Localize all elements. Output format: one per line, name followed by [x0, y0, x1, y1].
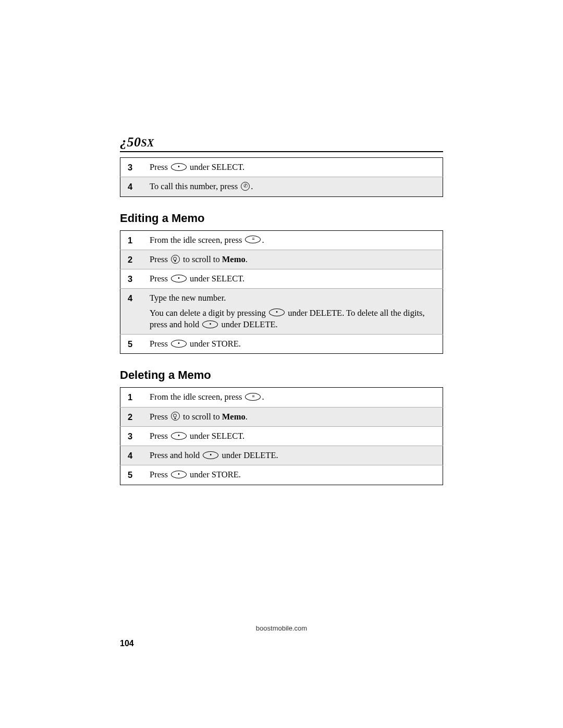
step-text: To call this number, press . — [144, 177, 443, 196]
table-row: 5 Press under STORE. — [120, 335, 443, 354]
softkey-icon — [171, 471, 187, 478]
table-row: 3 Press under SELECT. — [120, 158, 443, 177]
text-fragment: Press and hold — [150, 450, 202, 460]
text-fragment: To call this number, press — [150, 181, 240, 191]
softkey-icon — [171, 163, 187, 171]
text-fragment: . — [246, 254, 248, 264]
step-number: 1 — [120, 388, 145, 407]
step-text: From the idle screen, press . — [144, 388, 443, 407]
step-number: 2 — [120, 407, 145, 426]
step-subtext: You can delete a digit by pressing under… — [150, 307, 437, 331]
text-fragment: You can delete a digit by pressing — [150, 308, 268, 318]
text-fragment: under DELETE. — [219, 450, 278, 460]
step-number: 1 — [120, 230, 145, 250]
steps-table-top: 3 Press under SELECT. 4 To call this num… — [120, 157, 443, 197]
table-row: 4 Type the new number. You can delete a … — [120, 289, 443, 335]
page-content: ¿50SX 3 Press under SELECT. 4 To call th… — [120, 134, 443, 485]
table-row: 1 From the idle screen, press . — [120, 230, 443, 250]
table-row: 5 Press under STORE. — [120, 465, 443, 485]
step-number: 4 — [120, 177, 145, 196]
nav-key-icon — [171, 255, 180, 264]
steps-table-editing: 1 From the idle screen, press . 2 Press … — [120, 230, 443, 354]
model-label: ¿50SX — [120, 134, 154, 150]
step-text: Press to scroll to Memo. — [144, 250, 443, 269]
softkey-icon — [202, 320, 218, 328]
text-fragment: under STORE. — [188, 339, 241, 349]
menu-key-icon — [245, 393, 261, 401]
table-row: 1 From the idle screen, press . — [120, 388, 443, 407]
call-key-icon — [241, 182, 250, 191]
step-number: 5 — [120, 335, 145, 354]
step-number: 2 — [120, 250, 145, 269]
text-fragment: Press — [150, 431, 170, 441]
text-fragment: . — [246, 412, 248, 422]
text-fragment: From the idle screen, press — [150, 392, 244, 402]
table-row: 3 Press under SELECT. — [120, 426, 443, 446]
text-fragment: Press — [150, 470, 170, 479]
step-text: Press under SELECT. — [144, 426, 443, 446]
table-row: 2 Press to scroll to Memo. — [120, 250, 443, 269]
softkey-icon — [171, 432, 187, 440]
table-row: 4 To call this number, press . — [120, 177, 443, 196]
table-row: 2 Press to scroll to Memo. — [120, 407, 443, 426]
text-fragment: . — [251, 181, 253, 191]
text-fragment: under SELECT. — [188, 162, 244, 172]
text-fragment: . — [262, 235, 264, 245]
softkey-icon — [171, 340, 187, 348]
step-text: Press under STORE. — [144, 465, 443, 485]
text-fragment: Press — [150, 412, 170, 422]
softkey-icon — [203, 451, 218, 459]
section-heading: Deleting a Memo — [120, 368, 443, 382]
model-number: 50 — [127, 134, 141, 150]
step-text: Press under STORE. — [144, 335, 443, 354]
text-fragment: to scroll to — [181, 412, 222, 422]
step-text: Press and hold under DELETE. — [144, 446, 443, 465]
step-text: Press under SELECT. — [144, 158, 443, 177]
table-row: 4 Press and hold under DELETE. — [120, 446, 443, 465]
page-number: 104 — [120, 639, 134, 648]
step-text: Press under SELECT. — [144, 269, 443, 289]
step-number: 4 — [120, 289, 145, 335]
step-text: Type the new number. You can delete a di… — [144, 289, 443, 335]
page-header: ¿50SX — [120, 134, 443, 152]
step-text: Press to scroll to Memo. — [144, 407, 443, 426]
model-suffix: SX — [141, 137, 154, 149]
text-fragment: under SELECT. — [188, 431, 244, 441]
text-fragment: . — [262, 392, 264, 402]
text-fragment: Type the new number. — [150, 293, 226, 303]
step-number: 3 — [120, 426, 145, 446]
step-text: From the idle screen, press . — [144, 230, 443, 250]
menu-key-icon — [245, 236, 261, 243]
text-fragment: to scroll to — [181, 254, 222, 264]
text-fragment: From the idle screen, press — [150, 235, 244, 245]
text-fragment: under SELECT. — [188, 274, 244, 283]
bold-text: Memo — [222, 412, 246, 422]
step-number: 5 — [120, 465, 145, 485]
softkey-icon — [269, 309, 285, 316]
text-fragment: Press — [150, 339, 170, 349]
softkey-icon — [171, 275, 187, 282]
step-number: 4 — [120, 446, 145, 465]
text-fragment: under STORE. — [188, 470, 241, 479]
text-fragment: under DELETE. — [219, 319, 277, 329]
section-heading: Editing a Memo — [120, 212, 443, 225]
steps-table-deleting: 1 From the idle screen, press . 2 Press … — [120, 387, 443, 485]
model-prefix: ¿ — [120, 134, 127, 150]
text-fragment: Press — [150, 162, 170, 172]
footer-url: boostmobile.com — [120, 624, 443, 632]
text-fragment: Press — [150, 274, 170, 283]
table-row: 3 Press under SELECT. — [120, 269, 443, 289]
step-number: 3 — [120, 269, 145, 289]
step-number: 3 — [120, 158, 145, 177]
text-fragment: Press — [150, 254, 170, 264]
bold-text: Memo — [222, 254, 246, 264]
nav-key-icon — [171, 412, 180, 421]
